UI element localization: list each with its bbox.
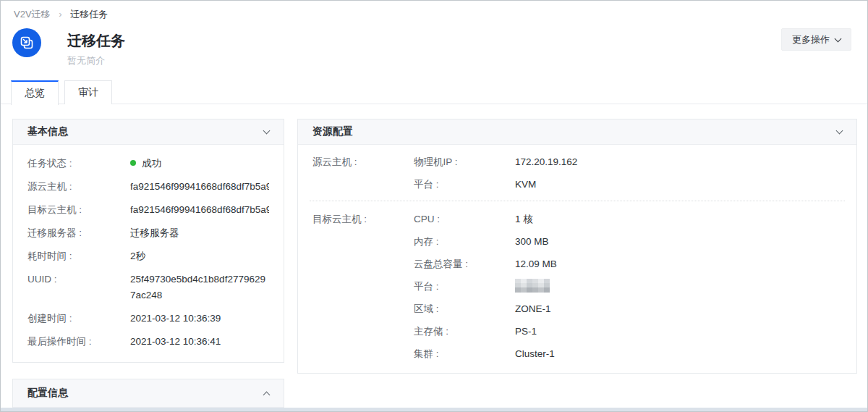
source-vm-value: fa921546f99941668df68df7b5a9e3 [130,179,269,195]
more-actions-label: 更多操作 [792,33,830,46]
migration-task-detail-page: V2V迁移 › 迁移任务 迁移任务 暂无简介 更多操作 总览 审计 基本信息 [0,0,868,412]
info-row-uuid: UUID : 25f49730e5bd4c1b8df27796297ac248 [27,272,269,303]
src-platform-value: KVM [515,177,856,192]
res-row-src-platform: 平台 : KVM [298,177,856,192]
tab-overview-label: 总览 [25,87,45,100]
config-info-panel-header[interactable]: 配置信息 [13,379,284,408]
host-ip-value: 172.20.19.162 [515,154,856,169]
cpu-value: 1 核 [515,211,856,227]
breadcrumb-separator-icon: › [59,9,61,20]
chevron-down-icon [835,35,842,42]
info-row-target-vm: 目标云主机 : fa921546f99941668df68df7b5a9e3 [27,202,269,218]
resource-config-body: 源云主机 : 物理机IP : 172.20.19.162 平台 : KVM 目标… [298,145,856,361]
zone-link[interactable]: ZONE-1 [515,301,856,316]
basic-info-panel: 基本信息 任务状态 : 成功 源云主机 : fa921546f99941668d… [12,119,284,363]
task-status-value: 成功 [130,156,269,172]
page-title: 迁移任务 [67,31,125,51]
task-status-label: 任务状态 : [27,156,130,172]
info-row-task-status: 任务状态 : 成功 [27,156,269,172]
memory-label: 内存 : [414,234,515,249]
tab-overview[interactable]: 总览 [11,80,59,105]
elapsed-time-label: 耗时时间 : [27,248,130,264]
uuid-label: UUID : [27,272,130,303]
res-row-target-platform: 平台 : [298,279,856,294]
source-vm-group-label: 源云主机 : [312,154,414,169]
more-actions-button[interactable]: 更多操作 [781,28,851,51]
info-row-last-op-time: 最后操作时间 : 2021-03-12 10:36:41 [27,334,269,350]
last-op-time-label: 最后操作时间 : [27,334,130,350]
collapse-chevron-down-icon [836,127,843,135]
migrate-glyph-icon [19,35,35,51]
dotted-divider [310,201,845,201]
info-row-migration-server: 迁移服务器 : 迁移服务器 [27,225,269,241]
tab-bar: 总览 审计 [1,80,868,104]
target-platform-value-redacted [515,279,856,294]
res-row-disk-capacity: 云盘总容量 : 12.09 MB [298,256,856,272]
migration-server-label: 迁移服务器 : [27,225,130,241]
collapse-chevron-up-icon [263,391,271,398]
res-row-memory: 内存 : 300 MB [298,234,856,249]
create-time-label: 创建时间 : [27,311,130,327]
src-platform-label: 平台 : [414,177,515,192]
breadcrumb-current: 迁移任务 [70,9,108,20]
target-vm-label: 目标云主机 : [27,202,130,218]
info-row-source-vm: 源云主机 : fa921546f99941668df68df7b5a9e3 [27,179,269,195]
target-vm-group-label: 目标云主机 : [312,211,414,227]
resource-config-panel-header[interactable]: 资源配置 [298,119,856,145]
migration-server-link[interactable]: 迁移服务器 [130,225,269,241]
basic-info-panel-header[interactable]: 基本信息 [13,119,284,145]
uuid-value: 25f49730e5bd4c1b8df27796297ac248 [130,272,269,303]
tab-audit[interactable]: 审计 [64,80,112,104]
breadcrumb: V2V迁移 › 迁移任务 [14,8,108,21]
memory-value: 300 MB [515,234,856,249]
res-row-zone: 区域 : ZONE-1 [298,301,856,316]
source-vm-label: 源云主机 : [27,179,130,195]
tab-audit-label: 审计 [78,86,98,99]
resource-config-panel: 资源配置 源云主机 : 物理机IP : 172.20.19.162 平台 : K… [297,119,857,374]
info-row-create-time: 创建时间 : 2021-03-12 10:36:39 [27,311,269,327]
create-time-value: 2021-03-12 10:36:39 [130,311,269,327]
host-ip-label: 物理机IP : [414,154,515,169]
basic-info-title: 基本信息 [27,125,68,138]
cluster-label: 集群 : [414,346,515,361]
target-vm-value: fa921546f99941668df68df7b5a9e3 [130,202,269,218]
page-subtitle: 暂无简介 [67,54,105,67]
info-row-elapsed-time: 耗时时间 : 2秒 [27,248,269,264]
elapsed-time-value: 2秒 [130,248,269,264]
primary-storage-link[interactable]: PS-1 [515,324,856,339]
breadcrumb-v2v-migration[interactable]: V2V迁移 [14,9,51,20]
redacted-mosaic [515,279,550,293]
res-row-cpu: 目标云主机 : CPU : 1 核 [298,211,856,227]
zone-label: 区域 : [414,301,515,316]
res-row-primary-storage: 主存储 : PS-1 [298,324,856,339]
primary-storage-label: 主存储 : [414,324,515,339]
res-row-cluster: 集群 : Cluster-1 [298,346,856,361]
collapse-chevron-down-icon [263,127,271,135]
disk-capacity-value: 12.09 MB [515,256,856,272]
bottom-scroll-strip [1,408,867,411]
config-info-title: 配置信息 [27,387,68,400]
last-op-time-value: 2021-03-12 10:36:41 [130,334,269,350]
resource-config-title: 资源配置 [312,125,353,138]
res-row-host-ip: 源云主机 : 物理机IP : 172.20.19.162 [298,154,856,169]
status-dot-icon [130,160,136,166]
target-platform-label: 平台 : [414,279,515,294]
migration-task-icon [12,28,41,57]
cpu-label: CPU : [414,211,515,227]
basic-info-body: 任务状态 : 成功 源云主机 : fa921546f99941668df68df… [13,145,284,350]
disk-capacity-label: 云盘总容量 : [414,256,515,272]
cluster-link[interactable]: Cluster-1 [515,346,856,361]
